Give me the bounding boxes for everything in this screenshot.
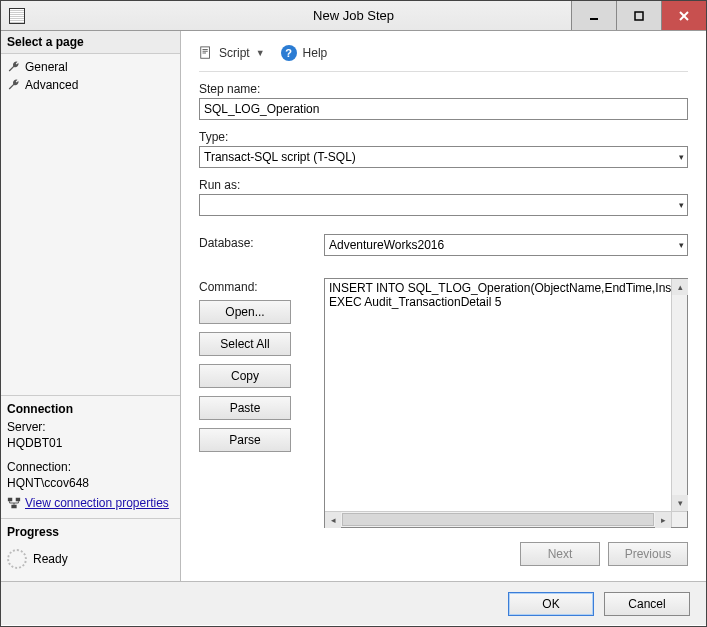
scroll-corner (671, 511, 687, 527)
connection-label: Connection: (7, 460, 174, 474)
database-label: Database: (199, 234, 314, 256)
progress-section: Progress Ready (1, 518, 180, 581)
type-select[interactable] (199, 146, 688, 168)
scroll-right-icon[interactable]: ▸ (655, 512, 671, 528)
svg-rect-1 (635, 12, 643, 20)
command-label: Command: (199, 278, 314, 294)
select-page-heading: Select a page (1, 31, 180, 54)
command-textarea[interactable] (325, 279, 687, 527)
page-item-label: General (25, 60, 68, 74)
toolbar: Script ▼ ? Help (199, 41, 688, 72)
scroll-thumb[interactable] (342, 513, 654, 526)
minimize-button[interactable] (571, 1, 616, 30)
svg-rect-6 (11, 505, 16, 509)
paste-button[interactable]: Paste (199, 396, 291, 420)
maximize-button[interactable] (616, 1, 661, 30)
help-icon: ? (281, 45, 297, 61)
run-as-select[interactable] (199, 194, 688, 216)
connection-value: HQNT\ccov648 (7, 476, 174, 490)
parse-button[interactable]: Parse (199, 428, 291, 452)
database-select[interactable] (324, 234, 688, 256)
content-pane: Script ▼ ? Help Step name: Type: ▾ Run a… (181, 31, 706, 581)
scroll-up-icon[interactable]: ▴ (672, 279, 688, 295)
select-all-button[interactable]: Select All (199, 332, 291, 356)
next-button[interactable]: Next (520, 542, 600, 566)
svg-rect-4 (8, 498, 12, 502)
progress-heading: Progress (7, 525, 174, 543)
spinner-icon (7, 549, 27, 569)
copy-button[interactable]: Copy (199, 364, 291, 388)
step-name-label: Step name: (199, 82, 688, 96)
scroll-down-icon[interactable]: ▾ (672, 495, 688, 511)
previous-button[interactable]: Previous (608, 542, 688, 566)
server-value: HQDBT01 (7, 436, 174, 450)
cancel-button[interactable]: Cancel (604, 592, 690, 616)
connection-heading: Connection (7, 402, 174, 420)
wrench-icon (7, 60, 21, 74)
scroll-left-icon[interactable]: ◂ (325, 512, 341, 528)
script-button[interactable]: Script (219, 46, 250, 60)
close-button[interactable] (661, 1, 706, 30)
horizontal-scrollbar[interactable]: ◂ ▸ (325, 511, 671, 527)
page-item-label: Advanced (25, 78, 78, 92)
sidebar: Select a page General Advanced Connectio… (1, 31, 181, 581)
run-as-label: Run as: (199, 178, 688, 192)
command-editor[interactable]: ▴ ▾ ◂ ▸ (324, 278, 688, 528)
progress-status: Ready (33, 552, 68, 566)
vertical-scrollbar[interactable]: ▴ ▾ (671, 279, 687, 511)
network-icon (7, 496, 21, 510)
wrench-icon (7, 78, 21, 92)
script-dropdown-icon[interactable]: ▼ (256, 48, 265, 58)
view-connection-properties-link[interactable]: View connection properties (25, 496, 169, 510)
connection-section: Connection Server: HQDBT01 Connection: H… (1, 395, 180, 518)
title-bar: New Job Step (1, 1, 706, 31)
help-button[interactable]: Help (303, 46, 328, 60)
step-name-input[interactable] (199, 98, 688, 120)
page-item-general[interactable]: General (7, 58, 174, 76)
page-item-advanced[interactable]: Advanced (7, 76, 174, 94)
script-icon (199, 46, 213, 60)
open-button[interactable]: Open... (199, 300, 291, 324)
svg-rect-5 (16, 498, 20, 502)
server-label: Server: (7, 420, 174, 434)
dialog-footer: OK Cancel (1, 581, 706, 625)
ok-button[interactable]: OK (508, 592, 594, 616)
type-label: Type: (199, 130, 688, 144)
